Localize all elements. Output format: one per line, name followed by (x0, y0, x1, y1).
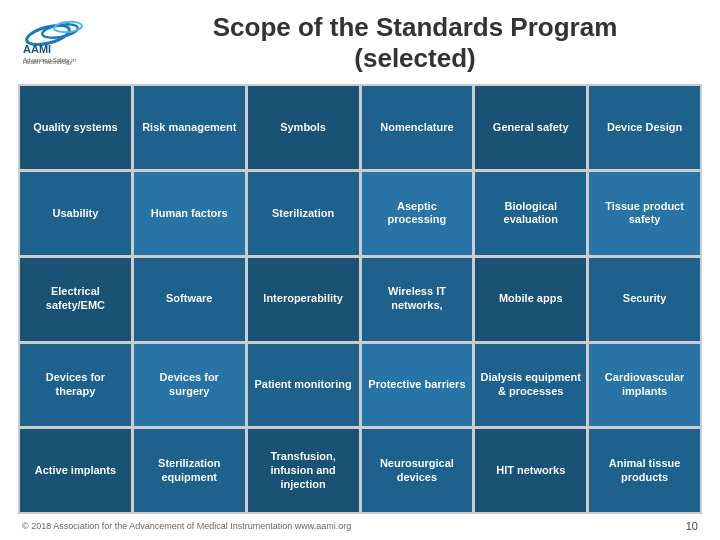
grid-cell-r1c2: Risk management (134, 86, 245, 169)
logo-area: AAMI Advancing Safety in Health Technolo… (18, 17, 128, 69)
grid-cell-r3c1: Electrical safety/EMC (20, 258, 131, 341)
grid-cell-r3c5: Mobile apps (475, 258, 586, 341)
grid-cell-r5c2: Sterilization equipment (134, 429, 245, 512)
grid-cell-r5c1: Active implants (20, 429, 131, 512)
grid-cell-r2c4: Aseptic processing (362, 172, 473, 255)
header: AAMI Advancing Safety in Health Technolo… (18, 12, 702, 74)
footer: © 2018 Association for the Advancement o… (18, 520, 702, 532)
grid-cell-r2c5: Biological evaluation (475, 172, 586, 255)
standards-grid: Quality systemsRisk managementSymbolsNom… (18, 84, 702, 514)
svg-text:AAMI: AAMI (23, 43, 51, 55)
grid-cell-r3c3: Interoperability (248, 258, 359, 341)
grid-cell-r1c4: Nomenclature (362, 86, 473, 169)
page-number: 10 (686, 520, 698, 532)
grid-cell-r5c5: HIT networks (475, 429, 586, 512)
grid-cell-r3c2: Software (134, 258, 245, 341)
grid-cell-r3c4: Wireless IT networks, (362, 258, 473, 341)
aami-logo: AAMI Advancing Safety in Health Technolo… (18, 17, 118, 65)
grid-cell-r4c5: Dialysis equipment & processes (475, 344, 586, 427)
grid-cell-r2c3: Sterilization (248, 172, 359, 255)
grid-cell-r4c2: Devices for surgery (134, 344, 245, 427)
grid-cell-r4c4: Protective barriers (362, 344, 473, 427)
grid-cell-r4c1: Devices for therapy (20, 344, 131, 427)
grid-cell-r4c6: Cardiovascular implants (589, 344, 700, 427)
grid-cell-r1c1: Quality systems (20, 86, 131, 169)
grid-cell-r1c6: Device Design (589, 86, 700, 169)
svg-text:Health Technology: Health Technology (23, 59, 72, 65)
grid-cell-r5c3: Transfusion, infusion and injection (248, 429, 359, 512)
grid-cell-r3c6: Security (589, 258, 700, 341)
grid-cell-r2c1: Usability (20, 172, 131, 255)
grid-cell-r1c5: General safety (475, 86, 586, 169)
grid-cell-r2c6: Tissue product safety (589, 172, 700, 255)
grid-cell-r4c3: Patient monitoring (248, 344, 359, 427)
grid-cell-r2c2: Human factors (134, 172, 245, 255)
copyright-text: © 2018 Association for the Advancement o… (22, 521, 351, 531)
title-area: Scope of the Standards Program (selected… (128, 12, 702, 74)
page: AAMI Advancing Safety in Health Technolo… (0, 0, 720, 540)
grid-cell-r5c6: Animal tissue products (589, 429, 700, 512)
page-title: Scope of the Standards Program (selected… (128, 12, 702, 74)
grid-cell-r5c4: Neurosurgical devices (362, 429, 473, 512)
grid-cell-r1c3: Symbols (248, 86, 359, 169)
